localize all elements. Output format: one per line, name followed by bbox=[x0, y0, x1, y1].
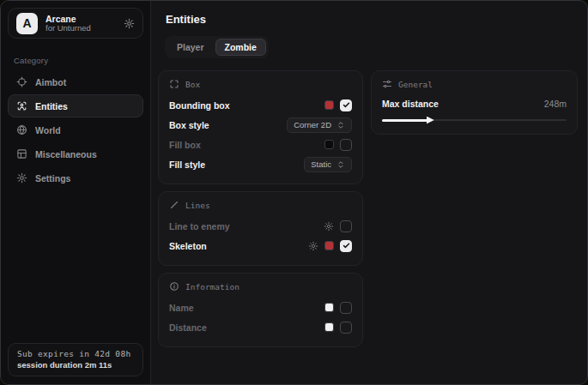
cards-area: Box Bounding box Box style bbox=[158, 70, 578, 347]
fill-style-value: Static bbox=[311, 159, 331, 169]
fill-box-checkbox[interactable] bbox=[340, 139, 352, 151]
bounding-box-row: Bounding box bbox=[169, 95, 352, 115]
gear-icon[interactable] bbox=[308, 241, 318, 251]
name-label: Name bbox=[169, 303, 194, 313]
gear-icon bbox=[15, 172, 27, 183]
skeleton-checkbox[interactable] bbox=[340, 240, 352, 252]
crosshair-icon bbox=[15, 76, 27, 87]
sidebar-item-entities[interactable]: Entities bbox=[8, 94, 143, 117]
chevrons-up-down-icon bbox=[336, 121, 345, 129]
tab-group: Player Zombie bbox=[165, 36, 269, 58]
sidebar-item-aimbot[interactable]: Aimbot bbox=[8, 70, 143, 93]
name-checkbox[interactable] bbox=[340, 302, 352, 314]
app-logo: A bbox=[16, 13, 38, 34]
right-column: General Max distance 248m bbox=[371, 70, 578, 135]
max-distance-slider[interactable] bbox=[382, 116, 567, 124]
lines-card: Lines Line to enemy bbox=[158, 191, 363, 266]
skeleton-row: Skeleton bbox=[169, 236, 352, 256]
sidebar-item-miscellaneous[interactable]: Miscellaneous bbox=[8, 142, 143, 165]
left-column: Box Bounding box Box style bbox=[158, 70, 363, 347]
box-style-dropdown[interactable]: Corner 2D bbox=[287, 117, 352, 133]
fill-style-label: Fill style bbox=[169, 159, 205, 170]
page-title: Entities bbox=[166, 13, 578, 26]
max-distance-row: Max distance 248m bbox=[382, 95, 567, 112]
color-swatch[interactable] bbox=[324, 322, 334, 332]
diagonal-line-icon bbox=[169, 200, 179, 210]
sidebar-item-world[interactable]: World bbox=[8, 118, 143, 141]
box-style-row: Box style Corner 2D bbox=[169, 115, 352, 135]
category-label: Category bbox=[14, 56, 150, 65]
subscription-card: Sub expires in 42d 08h session duration … bbox=[8, 343, 143, 376]
information-card: Information Name Distance bbox=[158, 273, 363, 347]
box-card-title: Box bbox=[185, 80, 200, 89]
app-window: A Arcane for Unturned Category bbox=[0, 0, 588, 385]
bounding-box-label: Bounding box bbox=[169, 100, 230, 111]
sidebar-menu: Aimbot Entities bbox=[1, 70, 150, 189]
grid-icon bbox=[15, 148, 27, 159]
fill-style-row: Fill style Static bbox=[169, 154, 352, 174]
name-row: Name bbox=[169, 298, 352, 317]
color-swatch[interactable] bbox=[324, 100, 334, 110]
fill-style-dropdown[interactable]: Static bbox=[304, 157, 352, 172]
line-to-enemy-row: Line to enemy bbox=[169, 216, 352, 236]
line-to-enemy-label: Line to enemy bbox=[169, 221, 230, 232]
box-style-value: Corner 2D bbox=[294, 120, 331, 129]
logo-text: Arcane for Unturned bbox=[45, 14, 116, 33]
max-distance-value: 248m bbox=[544, 99, 567, 109]
sidebar-item-label: Miscellaneous bbox=[35, 149, 97, 159]
main-panel: Entities Player Zombie Box bbox=[151, 1, 588, 384]
slider-thumb[interactable] bbox=[427, 117, 434, 124]
distance-checkbox[interactable] bbox=[340, 322, 352, 334]
scan-icon bbox=[15, 100, 27, 111]
fill-box-label: Fill box bbox=[169, 140, 201, 150]
gear-icon[interactable] bbox=[324, 221, 334, 232]
skeleton-label: Skeleton bbox=[169, 241, 207, 251]
color-swatch[interactable] bbox=[324, 303, 334, 312]
max-distance-label: Max distance bbox=[382, 99, 439, 109]
color-swatch[interactable] bbox=[324, 140, 334, 149]
sidebar-item-label: Aimbot bbox=[35, 77, 66, 87]
sidebar-item-settings[interactable]: Settings bbox=[8, 166, 143, 189]
line-to-enemy-checkbox[interactable] bbox=[340, 220, 352, 232]
information-card-header: Information bbox=[169, 281, 352, 292]
general-card-header: General bbox=[382, 79, 567, 89]
box-card: Box Bounding box Box style bbox=[158, 70, 363, 184]
general-card-title: General bbox=[398, 80, 433, 89]
box-style-label: Box style bbox=[169, 120, 209, 130]
distance-row: Distance bbox=[169, 317, 352, 337]
logo-card: A Arcane for Unturned bbox=[8, 8, 143, 39]
session-duration-text: session duration 2m 11s bbox=[17, 360, 134, 370]
sliders-icon bbox=[382, 79, 392, 89]
sidebar-item-label: Settings bbox=[35, 173, 70, 183]
tab-player[interactable]: Player bbox=[167, 39, 214, 56]
distance-label: Distance bbox=[169, 322, 207, 333]
box-card-header: Box bbox=[169, 79, 352, 89]
app-title: Arcane bbox=[45, 14, 116, 24]
globe-icon bbox=[15, 124, 27, 135]
general-card: General Max distance 248m bbox=[371, 70, 578, 135]
information-card-title: Information bbox=[185, 282, 239, 292]
lines-card-title: Lines bbox=[185, 201, 210, 210]
gear-icon[interactable] bbox=[124, 18, 135, 29]
color-swatch[interactable] bbox=[324, 241, 334, 250]
sidebar-item-label: Entities bbox=[35, 101, 68, 111]
lines-card-header: Lines bbox=[169, 200, 352, 210]
info-icon bbox=[169, 281, 179, 292]
fill-box-row: Fill box bbox=[169, 135, 352, 154]
sidebar: A Arcane for Unturned Category bbox=[1, 1, 151, 384]
tab-zombie[interactable]: Zombie bbox=[215, 39, 266, 56]
app-subtitle: for Unturned bbox=[45, 24, 116, 33]
corners-icon bbox=[169, 79, 179, 89]
chevrons-up-down-icon bbox=[336, 160, 345, 169]
bounding-box-checkbox[interactable] bbox=[340, 99, 352, 111]
slider-fill bbox=[382, 119, 428, 122]
sidebar-item-label: World bbox=[35, 125, 61, 135]
sub-expiry-text: Sub expires in 42d 08h bbox=[17, 349, 134, 358]
